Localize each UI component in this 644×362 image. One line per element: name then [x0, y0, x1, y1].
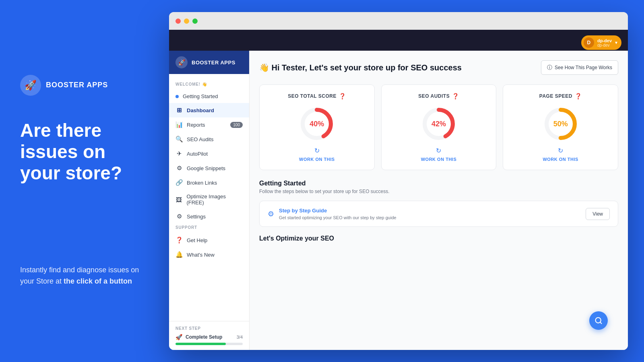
- guide-desc: Get started optimizing your SEO with our…: [279, 215, 581, 220]
- sidebar-item-label: Get Help: [187, 237, 207, 243]
- sidebar-item-label: Reports: [187, 122, 205, 128]
- user-sub: dp-dev: [597, 43, 612, 47]
- guide-title[interactable]: Step by Step Guide: [279, 208, 581, 214]
- rocket-icon: 🚀: [175, 334, 182, 340]
- setup-text: Complete Setup: [186, 334, 233, 340]
- autopilot-icon: ✈: [175, 150, 183, 157]
- sidebar-footer: NEXT STEP 🚀 Complete Setup 3/4: [169, 321, 249, 350]
- headline: Are there issues on your store?: [20, 120, 149, 184]
- next-step-label: NEXT STEP: [175, 326, 243, 331]
- sidebar-item-label: Optimize Images (FREE): [186, 193, 243, 206]
- bell-icon: 🔔: [175, 251, 183, 258]
- settings-icon: ⚙: [175, 213, 183, 220]
- score-card-seo-total: SEO TOTAL SCORE ❓ 40% ↻ WORK ON THIS: [259, 84, 375, 170]
- avatar: D: [584, 37, 594, 48]
- optimize-images-icon: 🖼: [175, 196, 182, 203]
- sidebar-header: 🚀 BOOSTER APPS: [169, 51, 249, 74]
- refresh-icon[interactable]: ↻: [390, 147, 488, 154]
- guide-info: Step by Step Guide Get started optimizin…: [279, 208, 581, 220]
- user-badge[interactable]: D dp-dev dp-dev ▾: [581, 35, 621, 50]
- subtext-bold: the click of a button: [64, 277, 132, 285]
- greeting: 👋 Hi Tester, Let's set your store up for…: [259, 63, 462, 72]
- minimize-button[interactable]: [184, 19, 189, 24]
- info-icon: ⓘ: [547, 64, 552, 71]
- sidebar-item-broken-links[interactable]: 🔗 Broken Links: [169, 175, 249, 190]
- sidebar-logo-icon: 🚀: [175, 56, 188, 68]
- sidebar-item-label: Settings: [187, 214, 206, 220]
- user-name: dp-dev: [597, 38, 612, 43]
- sidebar-item-dashboard[interactable]: ⊞ Dashboard: [169, 103, 249, 117]
- svg-line-7: [600, 322, 602, 324]
- see-how-label: See How This Page Works: [555, 65, 612, 70]
- complete-setup-row: 🚀 Complete Setup 3/4: [175, 334, 243, 340]
- guide-icon: ⚙: [268, 210, 274, 218]
- optimize-title: Let's Optimize your SEO: [259, 235, 618, 242]
- app-body: 🚀 BOOSTER APPS WELCOME! 👋 Getting Starte…: [169, 51, 628, 350]
- app-navbar: ≡ D dp-dev dp-dev ▾: [169, 30, 628, 51]
- logo-text: BOOSTER APPS: [46, 81, 108, 89]
- progress-bar: [175, 343, 243, 345]
- donut-chart-page-speed: 50%: [543, 106, 579, 142]
- getting-started-title: Getting Started: [259, 180, 618, 187]
- search-fab[interactable]: [589, 311, 608, 330]
- sidebar-item-label: What's New: [187, 252, 215, 258]
- getting-started-subtitle: Follow the steps below to set your store…: [259, 189, 618, 194]
- logo-area: 🚀 BOOSTER APPS: [20, 75, 149, 96]
- maximize-button[interactable]: [192, 19, 198, 24]
- sidebar-item-get-help[interactable]: ❓ Get Help: [169, 233, 249, 247]
- subtext: Instantly find and diagnose issues on yo…: [20, 264, 149, 288]
- score-card-seo-audits: SEO AUDITS ❓ 42% ↻ WORK ON THIS: [381, 84, 497, 170]
- card-title-text: SEO TOTAL SCORE: [288, 93, 336, 99]
- sidebar-item-reports[interactable]: 📊 Reports 100: [169, 117, 249, 132]
- sidebar-item-seo-audits[interactable]: 🔍 SEO Audits: [169, 132, 249, 146]
- sidebar-item-label: SEO Audits: [187, 136, 213, 142]
- score-value: 50%: [553, 120, 568, 128]
- guide-card: ⚙ Step by Step Guide Get started optimiz…: [259, 201, 618, 227]
- sidebar-section-welcome: WELCOME! 👋: [169, 80, 249, 90]
- work-on-this-button[interactable]: WORK ON THIS: [268, 157, 366, 162]
- setup-fraction: 3/4: [237, 335, 243, 339]
- main-content: 👋 Hi Tester, Let's set your store up for…: [250, 51, 628, 350]
- score-value: 42%: [431, 120, 446, 128]
- reports-icon: 📊: [175, 121, 183, 128]
- score-card-page-speed: PAGE SPEED ❓ 50% ↻ WORK ON THIS: [503, 84, 618, 170]
- google-snippets-icon: ⚙: [175, 165, 183, 172]
- browser-titlebar: [169, 12, 628, 30]
- sidebar-dot-icon: [175, 95, 179, 98]
- sidebar-item-whats-new[interactable]: 🔔 What's New: [169, 247, 249, 262]
- card-title-text: SEO AUDITS: [418, 93, 450, 99]
- donut-chart-seo-total: 40%: [299, 106, 335, 142]
- refresh-icon[interactable]: ↻: [268, 147, 366, 154]
- view-button[interactable]: View: [586, 208, 610, 220]
- sidebar-item-google-snippets[interactable]: ⚙ Google Snippets: [169, 161, 249, 175]
- help-icon[interactable]: ❓: [339, 93, 346, 99]
- score-cards: SEO TOTAL SCORE ❓ 40% ↻ WORK ON THIS: [259, 84, 618, 170]
- card-title: PAGE SPEED ❓: [511, 93, 610, 99]
- user-info: dp-dev dp-dev: [597, 38, 612, 47]
- sidebar-item-getting-started[interactable]: Getting Started: [169, 90, 249, 103]
- see-how-button[interactable]: ⓘ See How This Page Works: [541, 60, 618, 75]
- card-title-text: PAGE SPEED: [539, 93, 572, 99]
- sidebar-section-support: SUPPORT: [169, 224, 249, 233]
- sidebar-item-optimize-images[interactable]: 🖼 Optimize Images (FREE): [169, 190, 249, 209]
- help-icon[interactable]: ❓: [452, 93, 459, 99]
- sidebar-item-label: Dashboard: [187, 107, 214, 113]
- logo-icon: 🚀: [20, 75, 41, 96]
- sidebar-item-autopilot[interactable]: ✈ AutoPilot: [169, 146, 249, 161]
- chevron-down-icon: ▾: [615, 40, 617, 45]
- sidebar-item-label: AutoPilot: [187, 151, 208, 157]
- work-on-this-button[interactable]: WORK ON THIS: [390, 157, 488, 162]
- donut-chart-seo-audits: 42%: [421, 106, 457, 142]
- reports-badge: 100: [230, 122, 243, 128]
- sidebar-nav: WELCOME! 👋 Getting Started ⊞ Dashboard 📊…: [169, 74, 249, 321]
- dashboard-icon: ⊞: [175, 107, 183, 114]
- help-icon[interactable]: ❓: [575, 93, 582, 99]
- sidebar-item-settings[interactable]: ⚙ Settings: [169, 209, 249, 224]
- work-on-this-button[interactable]: WORK ON THIS: [511, 157, 610, 162]
- sidebar-item-label: Broken Links: [187, 180, 217, 186]
- sidebar-logo-text: BOOSTER APPS: [192, 60, 235, 66]
- refresh-icon[interactable]: ↻: [511, 147, 610, 154]
- card-title: SEO AUDITS ❓: [390, 93, 488, 99]
- close-button[interactable]: [175, 19, 181, 24]
- sidebar-item-label: Google Snippets: [187, 165, 225, 171]
